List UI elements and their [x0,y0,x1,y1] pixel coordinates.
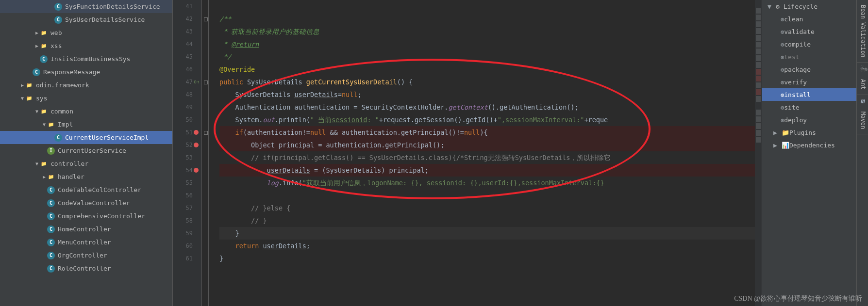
maven-goal-clean[interactable]: clean [762,13,856,25]
chevron-icon[interactable]: ▶ [41,174,47,179]
chevron-icon[interactable]: ▼ [34,109,40,114]
tree-item[interactable]: CSysFunctionDetailsService [0,0,172,13]
code-line[interactable]: @Override [219,63,755,76]
fold-marker[interactable] [202,177,208,189]
fold-marker[interactable] [202,240,208,252]
side-tab-bean-validation[interactable]: Bean Validation [857,0,868,63]
line-number[interactable]: 47o↑ [173,76,193,88]
line-number[interactable]: 42 [173,13,193,25]
tree-item[interactable]: CMenuController [0,236,172,249]
chevron-icon[interactable]: ▼ [41,122,47,127]
maven-goal-verify[interactable]: verify [762,76,856,88]
code-line[interactable]: SysUserDetails userDetails=null; [219,88,755,101]
maven-goal-package[interactable]: package [762,63,856,76]
project-tree[interactable]: CSysFunctionDetailsServiceCSysUserDetail… [0,0,173,306]
fold-marker[interactable] [202,126,208,139]
code-line[interactable]: return userDetails; [219,240,755,252]
line-number[interactable]: 59 [173,227,193,240]
code-line[interactable] [219,0,755,13]
fold-marker[interactable] [202,76,208,88]
chevron-icon[interactable]: ▼ [19,96,25,101]
line-number[interactable]: 53 [173,151,193,164]
line-number[interactable]: 52 [173,139,193,151]
code-line[interactable]: * @return [219,38,755,50]
fold-marker[interactable] [202,227,208,240]
code-line[interactable]: if(authentication!=null && authenticatio… [219,126,755,139]
maven-tab-icon[interactable]: m [857,95,868,107]
tree-item[interactable]: CCodeValueController [0,196,172,209]
tree-item[interactable]: CHomeController [0,223,172,236]
chevron-icon[interactable]: ▶ [772,129,779,136]
code-line[interactable]: userDetails = (SysUserDetails) principal… [219,164,755,177]
code-editor[interactable]: 41424344454647o↑484950515253545556575859… [173,0,762,306]
fold-column[interactable] [202,0,209,306]
line-number[interactable]: 51 [173,126,193,139]
tree-item[interactable]: ▼📁Impl [0,118,172,131]
maven-panel[interactable]: ▼⚙ Lifecycle clean validate compile test… [762,0,856,306]
tree-item[interactable]: ▶📁xss [0,39,172,52]
fold-marker[interactable] [202,0,208,13]
line-number[interactable]: 48 [173,88,193,101]
code-line[interactable]: // } [219,214,755,227]
fold-marker[interactable] [202,151,208,164]
code-line[interactable]: } [219,227,755,240]
code-line[interactable]: * 获取当前登录用户的基础信息 [219,25,755,38]
code-line[interactable]: System.out.println(" 当前sessionid: "+requ… [219,113,755,126]
line-number[interactable]: 56 [173,189,193,202]
line-number[interactable]: 45 [173,50,193,63]
fold-marker[interactable] [202,202,208,214]
line-number[interactable]: 60 [173,240,193,252]
tree-item[interactable]: ▼📁common [0,105,172,118]
maven-goal-test[interactable]: test [762,50,856,63]
code-line[interactable] [219,189,755,202]
line-number[interactable]: 50 [173,113,193,126]
chevron-icon[interactable]: ▶ [19,82,25,88]
tree-item[interactable]: ▼📁sys [0,92,172,105]
fold-marker[interactable] [202,38,208,50]
override-icon[interactable]: o↑ [194,76,200,88]
code-line[interactable]: Object principal = authentication.getPri… [219,139,755,151]
tree-item[interactable]: COrgController [0,249,172,262]
tree-item[interactable]: CRoleController [0,262,172,275]
fold-marker[interactable] [202,113,208,126]
code-line[interactable]: /** [219,13,755,25]
tree-item[interactable]: ICurrentUserService [0,144,172,157]
line-number[interactable]: 44 [173,38,193,50]
tree-item[interactable]: CCodeTableColController [0,183,172,196]
tree-item[interactable]: ▶📁web [0,26,172,39]
code-line[interactable]: public SysUserDetails getCurrentSysUserD… [219,76,755,88]
fold-marker[interactable] [202,189,208,202]
maven-goal-install[interactable]: install [762,88,856,101]
fold-marker[interactable] [202,13,208,25]
line-number[interactable]: 41 [173,0,193,13]
fold-marker[interactable] [202,139,208,151]
line-number[interactable]: 43 [173,25,193,38]
code-line[interactable]: */ [219,50,755,63]
fold-marker[interactable] [202,88,208,101]
tree-item[interactable]: CComprehensiveController [0,209,172,223]
fold-marker[interactable] [202,252,208,265]
code-area[interactable]: /** * 获取当前登录用户的基础信息 * @return */@Overrid… [209,0,755,306]
tree-item[interactable]: CResponseMessage [0,65,172,79]
line-number[interactable]: 46 [173,63,193,76]
minimap[interactable] [755,0,762,306]
code-line[interactable]: Authentication authentication = Security… [219,101,755,113]
ant-tab-icon[interactable]: 🐜 [857,63,868,74]
code-line[interactable]: } [219,252,755,265]
tree-item[interactable]: ▼📁controller [0,157,172,170]
line-number[interactable]: 49 [173,101,193,113]
line-number[interactable]: 54 [173,164,193,177]
tree-item[interactable]: CInsiisCommBusinessSys [0,52,172,65]
tree-item[interactable]: ▶📁handler [0,170,172,183]
fold-marker[interactable] [202,50,208,63]
fold-marker[interactable] [202,25,208,38]
code-line[interactable]: // if(principal.getClass() == SysUserDet… [219,151,755,164]
maven-goal-deploy[interactable]: deploy [762,113,856,126]
maven-goal-validate[interactable]: validate [762,25,856,38]
line-number[interactable]: 61 [173,252,193,265]
line-number[interactable]: 57 [173,202,193,214]
tree-item[interactable]: ▶📁odin.framework [0,79,172,92]
fold-marker[interactable] [202,164,208,177]
side-tab-ant[interactable]: Ant [857,74,868,95]
line-number[interactable]: 55 [173,177,193,189]
